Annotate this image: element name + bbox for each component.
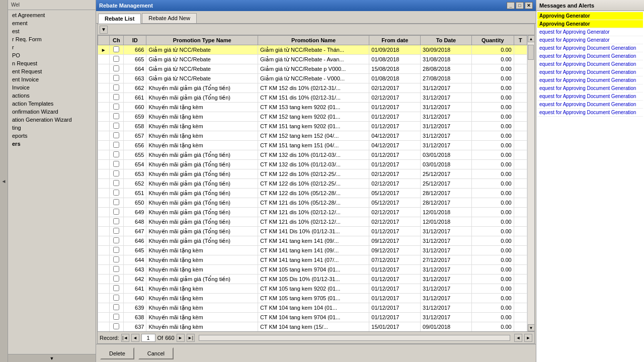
table-row[interactable]: 665Giảm giá từ NCC/RebateGiảm giá từ NCC… [98,55,527,64]
maximize-button[interactable]: □ [516,2,524,9]
row-checkbox[interactable] [109,169,123,179]
col-header-promo-name[interactable]: Promotion Name [258,36,369,45]
sidebar-item-5[interactable]: PO [8,51,96,59]
nav-next-button[interactable]: ► [177,334,185,342]
sidebar-item-10[interactable]: Invoice [8,83,96,92]
message-item-1[interactable]: equest for Approving Generator [537,36,643,44]
sidebar-item-3[interactable]: r Req. Form [8,35,96,43]
sidebar-item-1[interactable]: ement [8,19,96,27]
table-row[interactable]: 653Khuyến mãi giảm giá (Tổng tiền)CT KM … [98,169,527,179]
row-checkbox[interactable] [109,150,123,160]
row-checkbox[interactable] [109,236,123,246]
message-item-8[interactable]: equest for Approving Document Generation [537,93,643,101]
sidebar-item-0[interactable]: et Agreement [8,11,96,19]
row-checkbox[interactable] [109,265,123,275]
table-row[interactable]: 664Giảm giá từ NCC/RebateGiảm giá từ NCC… [98,64,527,74]
row-checkbox[interactable] [109,303,123,313]
table-row[interactable]: 661Khuyến mãi giảm giá (Tổng tiền)CT KM … [98,93,527,103]
row-checkbox[interactable] [109,45,123,55]
row-checkbox[interactable] [109,208,123,217]
table-row[interactable]: 640Khuyến mãi tặng kèmCT KM 105 tang kem… [98,294,527,303]
table-row[interactable]: 639Khuyến mãi tặng kèmCT KM 104 tang kem… [98,303,527,313]
vscroll-down-button[interactable]: ▼ [528,324,535,331]
cancel-button[interactable]: Cancel [138,347,174,359]
tab-rebate-add-new[interactable]: Rebate Add New [142,13,197,23]
row-checkbox[interactable] [109,198,123,208]
record-current-input[interactable] [141,334,155,342]
table-row[interactable]: 648Khuyến mãi giảm giá (Tổng tiền)CT KM … [98,217,527,227]
table-row[interactable]: 658Khuyến mãi tặng kèmCT KM 151 tang kem… [98,122,527,131]
row-checkbox[interactable] [109,112,123,122]
message-item-10[interactable]: equest for Approving Document Generation [537,109,643,117]
row-checkbox[interactable] [109,74,123,83]
table-row[interactable]: 660Khuyến mãi tặng kèmCT KM 153 tang kem… [98,103,527,112]
table-row[interactable]: 655Khuyến mãi giảm giá (Tổng tiền)CT KM … [98,150,527,160]
sidebar-item-14[interactable]: onfirmation Wizard [8,108,96,116]
table-row[interactable]: 649Khuyến mãi giảm giá (Tổng tiền)CT KM … [98,208,527,217]
message-item-7[interactable]: equest for Approving Document Generation [537,84,643,93]
hscroll-right-button[interactable]: ► [524,334,532,342]
tab-rebate-list[interactable]: Rebate List [98,14,141,24]
col-header-quantity[interactable]: Quantity [471,36,514,45]
table-row[interactable]: 650Khuyến mãi giảm giá (Tổng tiền)CT KM … [98,198,527,208]
sidebar-bottom-toggle[interactable]: ▼ [8,354,96,362]
table-row[interactable]: 651Khuyến mãi giảm giá (Tổng tiền)CT KM … [98,189,527,198]
table-row[interactable]: ►666Giảm giá từ NCC/RebateGiảm giá từ NC… [98,45,527,55]
message-item-6[interactable]: equest for Approving Document Generation [537,76,643,84]
row-checkbox[interactable] [109,131,123,141]
row-checkbox[interactable] [109,313,123,322]
row-checkbox[interactable] [109,322,123,332]
message-item-9[interactable]: equest for Approving Document Generation [537,101,643,109]
message-item-4[interactable]: equest for Approving Document Generation [537,60,643,68]
col-header-t[interactable]: T [514,36,527,45]
row-checkbox[interactable] [109,55,123,64]
message-item-0[interactable]: equest for Approving Generator [537,28,643,36]
sidebar-item-11[interactable]: actions [8,92,96,100]
hscroll-left-button[interactable]: ◄ [514,334,522,342]
table-row[interactable]: 659Khuyến mãi tặng kèmCT KM 152 tang kem… [98,112,527,122]
table-row[interactable]: 652Khuyến mãi giảm giá (Tổng tiền)CT KM … [98,179,527,189]
minimize-button[interactable]: _ [507,2,515,9]
table-row[interactable]: 637Khuyến mãi tặng kèmCT KM 104 tang kem… [98,322,527,332]
sidebar-item-6[interactable]: n Request [8,59,96,67]
nav-last-button[interactable]: ►| [187,334,195,342]
sidebar-item-8[interactable]: ent Invoice [8,75,96,83]
row-checkbox[interactable] [109,141,123,150]
message-item-2[interactable]: equest for Approving Document Generation [537,44,643,52]
row-checkbox[interactable] [109,83,123,93]
sidebar-item-15[interactable]: ation Generation Wizard [8,116,96,124]
nav-prev-button[interactable]: ◄ [131,334,139,342]
table-row[interactable]: 642Khuyến mãi giảm giá (Tổng tiền)CT KM … [98,275,527,284]
vscroll-thumb[interactable] [528,45,534,60]
row-checkbox[interactable] [109,275,123,284]
table-row[interactable]: 644Khuyến mãi tặng kèmCT KM 141 tang kem… [98,255,527,265]
filter-icon[interactable]: ▼ [100,26,108,34]
table-row[interactable]: 646Khuyến mãi giảm giá (Tổng tiền)CT KM … [98,236,527,246]
row-checkbox[interactable] [109,179,123,189]
sidebar-item-12[interactable]: action Templates [8,100,96,108]
table-row[interactable]: 647Khuyến mãi giảm giá (Tổng tiền)CT KM … [98,227,527,236]
sidebar-item-4[interactable]: r [8,43,96,51]
row-checkbox[interactable] [109,160,123,169]
sidebar-item-18[interactable]: ers [8,140,96,148]
table-vscroll[interactable]: ▲ ▼ [527,35,534,331]
vscroll-up-button[interactable]: ▲ [528,35,535,42]
table-row[interactable]: 662Khuyến mãi giảm giá (Tổng tiền)CT KM … [98,83,527,93]
table-row[interactable]: 663Giảm giá từ NCC/RebateGiảm giá từ NCC… [98,74,527,83]
row-checkbox[interactable] [109,103,123,112]
col-header-promo-type[interactable]: Promotion Type Name [146,36,258,45]
approving-generator-badge-1[interactable]: Approving Generator [537,12,643,20]
table-row[interactable]: 656Khuyến mãi tặng kèmCT KM 151 tang kem… [98,141,527,150]
sidebar-toggle[interactable]: ◄ [0,0,8,362]
close-button[interactable]: ✕ [525,2,533,9]
table-row[interactable]: 643Khuyến mãi tặng kèmCT KM 105 tang kem… [98,265,527,275]
row-checkbox[interactable] [109,227,123,236]
row-checkbox[interactable] [109,246,123,255]
message-item-5[interactable]: equest for Approving Document Generation [537,68,643,76]
row-checkbox[interactable] [109,189,123,198]
message-item-3[interactable]: equest for Approving Document Generation [537,52,643,60]
row-checkbox[interactable] [109,64,123,74]
approving-generator-badge-2[interactable]: Approving Generator [537,20,643,28]
sidebar-item-17[interactable]: eports [8,132,96,140]
table-row[interactable]: 645Khuyến mãi tặng kèmCT KM 141 tang kem… [98,246,527,255]
